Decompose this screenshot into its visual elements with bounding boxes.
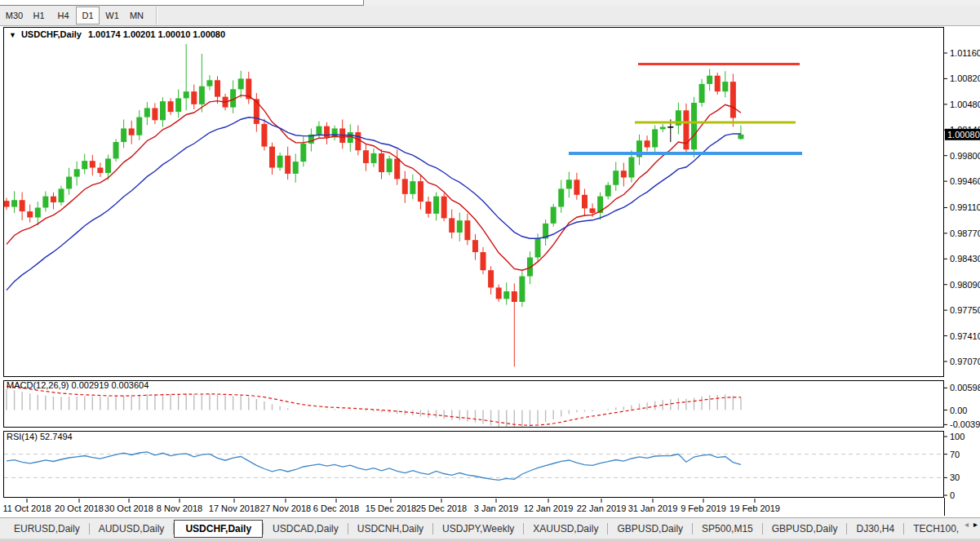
rsi-axis-label: 0 <box>950 490 955 500</box>
chart-title: ▼USDCHF,Daily1.00174 1.00201 1.00010 1.0… <box>9 29 225 39</box>
tab-scroll-buttons: ◂ ▸ <box>964 521 978 529</box>
tab-sp500-m15[interactable]: SP500,M15 <box>693 521 762 537</box>
date-axis-label: 19 Feb 2019 <box>729 503 780 513</box>
date-axis-label: 12 Jan 2019 <box>524 503 574 513</box>
date-axis-label: 20 Oct 2018 <box>55 503 104 513</box>
tab-scroll-left-icon[interactable]: ◂ <box>964 521 969 529</box>
macd-values: 0.002919 0.003604 <box>71 380 149 390</box>
ohlc-values: 1.00174 1.00201 1.00010 1.00080 <box>88 29 225 39</box>
date-axis-label: 17 Nov 2018 <box>209 503 259 513</box>
date-axis-label: 30 Oct 2018 <box>104 503 153 513</box>
price-axis-label: 0.98090 <box>950 280 980 290</box>
tab-tech100-[interactable]: TECH100, <box>904 521 968 537</box>
date-axis-label: 31 Jan 2019 <box>628 503 678 513</box>
date-axis-label: 22 Jan 2019 <box>577 503 627 513</box>
date-axis-label: 8 Nov 2018 <box>157 503 202 513</box>
macd-histogram <box>7 389 741 429</box>
rsi-axis-label: 100 <box>950 432 964 441</box>
tab-gbpusd-daily[interactable]: GBPUSD,Daily <box>608 521 692 537</box>
price-axis-label: 0.97410 <box>950 331 980 341</box>
date-axis-label: 9 Feb 2019 <box>681 503 726 513</box>
current-price-label: 1.00080 <box>947 130 980 140</box>
macd-name: MACD(12,26,9) <box>7 380 69 390</box>
price-axis-label: 1.00820 <box>950 73 980 83</box>
symbol-title: USDCHF,Daily <box>21 29 82 39</box>
rsi-axis-label: 70 <box>950 450 960 459</box>
price-axis-label: 0.97070 <box>950 357 980 366</box>
price-axis-label: 1.00480 <box>950 100 980 109</box>
pane-main-border <box>4 28 944 377</box>
date-axis: 11 Oct 201820 Oct 201830 Oct 20188 Nov 2… <box>2 499 779 513</box>
tab-gbpusd-daily[interactable]: GBPUSD,Daily <box>763 521 847 537</box>
rsi-indicator-label: RSI(14) 52.7494 <box>7 432 73 441</box>
rsi-name: RSI(14) <box>7 432 38 441</box>
tab-usdchf-daily[interactable]: USDCHF,Daily <box>174 520 263 538</box>
macd-axis-label: -0.003954 <box>950 419 980 429</box>
rsi-value: 52.7494 <box>40 432 73 441</box>
macd-indicator-label: MACD(12,26,9) 0.002919 0.003604 <box>7 380 149 390</box>
tab-usdcnh-daily[interactable]: USDCNH,Daily <box>348 521 432 537</box>
price-axis-label: 0.98770 <box>950 228 980 238</box>
symbol-dropdown-icon: ▼ <box>9 31 16 39</box>
tab-audusd-daily[interactable]: AUDUSD,Daily <box>90 521 174 537</box>
macd-signal-line <box>7 386 741 425</box>
price-axis-label: 0.99460 <box>950 176 980 186</box>
tab-dj30-h4[interactable]: DJ30,H4 <box>847 521 903 537</box>
pane-rsi-border <box>4 432 944 498</box>
tab-usdjpy-weekly[interactable]: USDJPY,Weekly <box>433 521 523 537</box>
tab-usdcad-daily[interactable]: USDCAD,Daily <box>264 521 348 537</box>
date-axis-label: 27 Nov 2018 <box>260 503 311 513</box>
chart-tab-bar: EURUSD,DailyAUDUSD,DailyUSDCHF,DailyUSDC… <box>0 517 980 539</box>
price-axis-label: 0.98430 <box>950 254 980 264</box>
macd-axis-label: 0.00 <box>950 406 967 415</box>
price-axis-label: 0.97750 <box>950 305 980 315</box>
tab-scroll-right-icon[interactable]: ▸ <box>973 521 978 529</box>
rsi-axis-label: 30 <box>950 472 960 482</box>
date-axis-label: 15 Dec 2018 <box>366 503 416 513</box>
price-axis-label: 0.99110 <box>950 202 980 212</box>
rsi-line <box>7 452 741 481</box>
ma-fast-line <box>7 95 741 270</box>
date-axis-label: 6 Dec 2018 <box>313 503 359 513</box>
date-axis-label: 25 Dec 2018 <box>416 503 467 513</box>
chart-canvas[interactable]: 1.011601.008201.004801.001400.998000.994… <box>0 0 980 541</box>
price-axis-label: 0.99800 <box>950 151 980 161</box>
date-axis-label: 11 Oct 2018 <box>2 503 51 513</box>
tab-eurusd-daily[interactable]: EURUSD,Daily <box>5 521 89 537</box>
date-axis-label: 3 Jan 2019 <box>474 503 518 513</box>
price-axis-label: 1.01160 <box>950 48 980 58</box>
price-axis: 1.011601.008201.004801.001400.998000.994… <box>944 48 980 366</box>
tab-xauusd-daily[interactable]: XAUUSD,Daily <box>524 521 607 537</box>
macd-axis-label: 0.005985 <box>950 383 980 392</box>
